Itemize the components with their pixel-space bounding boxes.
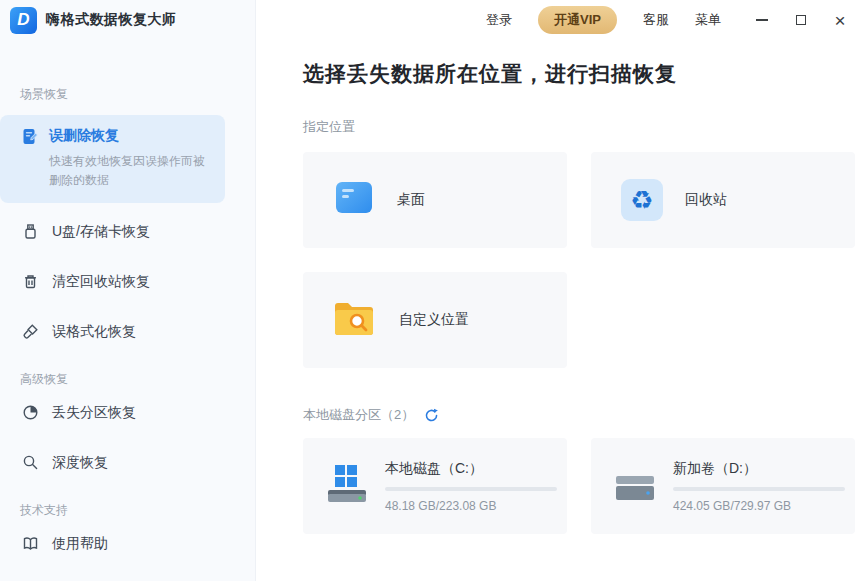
doc-restore-icon [22, 128, 39, 145]
deep-scan-icon [22, 454, 39, 471]
main-content: 选择丢失数据所在位置，进行扫描恢复 指定位置 桌面 ♻ [256, 40, 861, 534]
sidebar-item-deep-recovery[interactable]: 深度恢复 [0, 438, 255, 488]
disk-card-d[interactable]: 新加卷（D:） 424.05 GB/729.97 GB [591, 438, 855, 534]
sidebar-item-lost-partition-recovery[interactable]: 丢失分区恢复 [0, 388, 255, 438]
topbar: 登录 开通VIP 客服 菜单 × [256, 0, 861, 40]
location-card-label: 自定义位置 [399, 311, 469, 329]
sidebar-item-label: 清空回收站恢复 [52, 273, 150, 291]
refresh-icon[interactable] [424, 408, 439, 423]
sidebar-section-support: 技术支持 [20, 502, 255, 519]
login-link[interactable]: 登录 [486, 11, 512, 29]
sidebar-item-label: 误删除恢复 [49, 127, 119, 145]
page-title: 选择丢失数据所在位置，进行扫描恢复 [303, 60, 861, 88]
maximize-button[interactable] [794, 13, 808, 27]
desktop-icon [333, 177, 375, 223]
system-disk-icon [325, 462, 369, 510]
brush-icon [22, 323, 39, 340]
trash-icon [22, 273, 39, 290]
app-window: D 嗨格式数据恢复大师 场景恢复 误删除恢复 快速有效地恢复因误操作而被删除的数… [0, 0, 861, 581]
sidebar-item-label: 使用帮助 [52, 535, 108, 553]
location-card-recycle-bin[interactable]: ♻ 回收站 [591, 152, 855, 248]
location-card-desktop[interactable]: 桌面 [303, 152, 567, 248]
disk-card-c[interactable]: 本地磁盘（C:） 48.18 GB/223.08 GB [303, 438, 567, 534]
recycle-bin-icon: ♻ [621, 179, 663, 221]
maximize-icon [796, 15, 806, 25]
help-book-icon [22, 535, 39, 552]
disks-header-row: 本地磁盘分区（2） [303, 406, 861, 424]
window-controls: × [755, 13, 847, 27]
app-title: 嗨格式数据恢复大师 [46, 11, 177, 29]
disk-usage-bar [385, 487, 557, 491]
locations-header: 指定位置 [303, 118, 861, 136]
support-link[interactable]: 客服 [643, 11, 669, 29]
close-button[interactable]: × [833, 13, 847, 27]
sidebar-item-label: 误格式化恢复 [52, 323, 136, 341]
sidebar-item-label: U盘/存储卡恢复 [52, 223, 150, 241]
disk-info: 本地磁盘（C:） 48.18 GB/223.08 GB [385, 460, 557, 513]
disk-name: 本地磁盘（C:） [385, 460, 557, 478]
sidebar-item-usb-recovery[interactable]: U盘/存储卡恢复 [0, 207, 255, 257]
disk-cards: 本地磁盘（C:） 48.18 GB/223.08 GB 新 [303, 438, 861, 534]
disk-icon [613, 462, 657, 510]
location-card-custom[interactable]: 自定义位置 [303, 272, 567, 368]
logo-row: D 嗨格式数据恢复大师 [0, 0, 255, 40]
sidebar-item-label: 丢失分区恢复 [52, 404, 136, 422]
sidebar-section-advanced: 高级恢复 [20, 371, 255, 388]
main-column: 登录 开通VIP 客服 菜单 × 选择丢失数据所在位置，进行扫描恢复 指定位置 [256, 0, 861, 581]
sidebar-section-scenario: 场景恢复 [20, 86, 255, 103]
menu-link[interactable]: 菜单 [695, 11, 721, 29]
location-cards: 桌面 ♻ 回收站 自定义位置 [303, 152, 861, 368]
app-logo-icon: D [10, 7, 37, 34]
partition-icon [22, 404, 39, 421]
location-card-label: 桌面 [397, 191, 425, 209]
disk-size: 48.18 GB/223.08 GB [385, 499, 557, 513]
custom-location-icon [333, 299, 377, 341]
vip-button[interactable]: 开通VIP [538, 6, 617, 34]
minimize-icon [756, 19, 768, 21]
sidebar-item-format-recovery[interactable]: 误格式化恢复 [0, 307, 255, 357]
sidebar-item-undelete-recovery[interactable]: 误删除恢复 快速有效地恢复因误操作而被删除的数据 [0, 115, 225, 203]
sidebar-item-description: 快速有效地恢复因误操作而被删除的数据 [49, 152, 209, 191]
disk-size: 424.05 GB/729.97 GB [673, 499, 845, 513]
close-icon: × [834, 11, 845, 30]
disk-usage-bar [673, 487, 845, 491]
location-card-label: 回收站 [685, 191, 727, 209]
sidebar-item-recycle-bin-recovery[interactable]: 清空回收站恢复 [0, 257, 255, 307]
sidebar-item-help[interactable]: 使用帮助 [0, 519, 255, 569]
usb-icon [22, 223, 39, 240]
sidebar-item-label: 深度恢复 [52, 454, 108, 472]
minimize-button[interactable] [755, 13, 769, 27]
sidebar: D 嗨格式数据恢复大师 场景恢复 误删除恢复 快速有效地恢复因误操作而被删除的数… [0, 0, 256, 581]
disk-name: 新加卷（D:） [673, 460, 845, 478]
disk-info: 新加卷（D:） 424.05 GB/729.97 GB [673, 460, 845, 513]
disks-header: 本地磁盘分区（2） [303, 406, 414, 424]
